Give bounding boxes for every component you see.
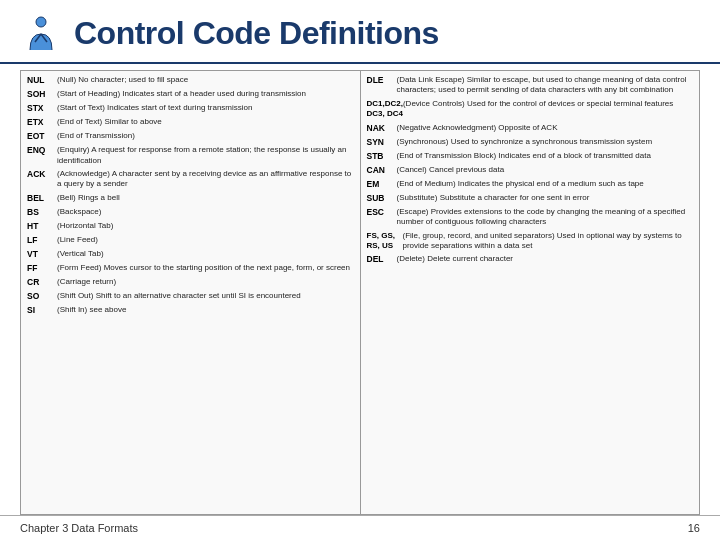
table-row: NAK(Negative Acknowledgment) Opposite of… <box>367 123 694 134</box>
code-description: (End of Medium) Indicates the physical e… <box>397 179 694 189</box>
table-row: EOT(End of Transmission) <box>27 131 354 142</box>
table-row: NUL(Null) No character; used to fill spa… <box>27 75 354 86</box>
code-label: SOH <box>27 89 57 100</box>
person-icon <box>20 12 62 54</box>
code-description: (Bell) Rings a bell <box>57 193 354 203</box>
svg-point-0 <box>36 17 46 27</box>
code-label: SUB <box>367 193 397 204</box>
code-description: (Device Controls) Used for the control o… <box>403 99 693 109</box>
code-label: VT <box>27 249 57 260</box>
table-row: SO(Shift Out) Shift to an alternative ch… <box>27 291 354 302</box>
code-label: BEL <box>27 193 57 204</box>
table-row: CAN(Cancel) Cancel previous data <box>367 165 694 176</box>
code-description: (Shift Out) Shift to an alternative char… <box>57 291 354 301</box>
code-description: (Line Feed) <box>57 235 354 245</box>
table-row: VT(Vertical Tab) <box>27 249 354 260</box>
code-label: LF <box>27 235 57 246</box>
table-row: DLE(Data Link Escape) Similar to escape,… <box>367 75 694 96</box>
code-label: STB <box>367 151 397 162</box>
code-label: HT <box>27 221 57 232</box>
code-label: ETX <box>27 117 57 128</box>
chapter-label: Chapter 3 Data Formats <box>20 522 138 534</box>
right-column: DLE(Data Link Escape) Similar to escape,… <box>361 71 700 514</box>
table-row: ENQ(Enquiry) A request for response from… <box>27 145 354 166</box>
table-row: SUB(Substitute) Substitute a character f… <box>367 193 694 204</box>
code-description: (Form Feed) Moves cursor to the starting… <box>57 263 354 273</box>
slide-header: Control Code Definitions <box>0 0 720 64</box>
code-label: NAK <box>367 123 397 134</box>
code-description: (Escape) Provides extensions to the code… <box>397 207 694 228</box>
code-label: SYN <box>367 137 397 148</box>
table-row: ESC(Escape) Provides extensions to the c… <box>367 207 694 228</box>
table-row: BS(Backspace) <box>27 207 354 218</box>
code-label: CAN <box>367 165 397 176</box>
table-row: EM(End of Medium) Indicates the physical… <box>367 179 694 190</box>
table-row: CR(Carriage return) <box>27 277 354 288</box>
table-row: FF(Form Feed) Moves cursor to the starti… <box>27 263 354 274</box>
code-description: (Shift In) see above <box>57 305 354 315</box>
code-description: (End of Transmission) <box>57 131 354 141</box>
code-description: (Carriage return) <box>57 277 354 287</box>
page-title: Control Code Definitions <box>74 15 439 52</box>
table-row: ETX(End of Text) Similar to above <box>27 117 354 128</box>
table-row: BEL(Bell) Rings a bell <box>27 193 354 204</box>
code-description: (Delete) Delete current character <box>397 254 694 264</box>
content-area: NUL(Null) No character; used to fill spa… <box>0 64 720 515</box>
code-description: (Synchronous) Used to synchronize a sync… <box>397 137 694 147</box>
table-row: FS, GS, RS, US(File, group, record, and … <box>367 231 694 252</box>
left-column: NUL(Null) No character; used to fill spa… <box>21 71 361 514</box>
table-row: SI(Shift In) see above <box>27 305 354 316</box>
code-description: (End of Text) Similar to above <box>57 117 354 127</box>
table-row: STX(Start of Text) Indicates start of te… <box>27 103 354 114</box>
code-label: DC1,DC2, DC3, DC4 <box>367 99 403 120</box>
code-label: BS <box>27 207 57 218</box>
code-description: (File, group, record, and united separat… <box>403 231 694 252</box>
code-label: NUL <box>27 75 57 86</box>
code-label: SO <box>27 291 57 302</box>
code-label: ESC <box>367 207 397 218</box>
code-description: (Backspace) <box>57 207 354 217</box>
code-description: (Enquiry) A request for response from a … <box>57 145 354 166</box>
code-description: (Data Link Escape) Similar to escape, bu… <box>397 75 694 96</box>
definitions-table: NUL(Null) No character; used to fill spa… <box>20 70 700 515</box>
code-description: (Cancel) Cancel previous data <box>397 165 694 175</box>
code-label: CR <box>27 277 57 288</box>
code-label: SI <box>27 305 57 316</box>
code-label: EM <box>367 179 397 190</box>
table-row: HT(Horizontal Tab) <box>27 221 354 232</box>
code-description: (Vertical Tab) <box>57 249 354 259</box>
code-label: EOT <box>27 131 57 142</box>
code-description: (Negative Acknowledgment) Opposite of AC… <box>397 123 694 133</box>
code-label: DLE <box>367 75 397 86</box>
slide-footer: Chapter 3 Data Formats 16 <box>0 515 720 540</box>
code-label: ENQ <box>27 145 57 156</box>
slide-container: Control Code Definitions NUL(Null) No ch… <box>0 0 720 540</box>
table-row: DC1,DC2, DC3, DC4(Device Controls) Used … <box>367 99 694 120</box>
table-row: STB(End of Transmission Block) Indicates… <box>367 151 694 162</box>
code-description: (End of Transmission Block) Indicates en… <box>397 151 694 161</box>
table-row: DEL(Delete) Delete current character <box>367 254 694 265</box>
code-description: (Start of Text) Indicates start of text … <box>57 103 354 113</box>
code-description: (Acknowledge) A character sent by a rece… <box>57 169 354 190</box>
code-description: (Start of Heading) Indicates start of a … <box>57 89 354 99</box>
table-row: LF(Line Feed) <box>27 235 354 246</box>
code-label: ACK <box>27 169 57 180</box>
page-number: 16 <box>688 522 700 534</box>
code-description: (Substitute) Substitute a character for … <box>397 193 694 203</box>
code-description: (Null) No character; used to fill space <box>57 75 354 85</box>
code-label: STX <box>27 103 57 114</box>
code-label: FS, GS, RS, US <box>367 231 403 252</box>
table-row: ACK(Acknowledge) A character sent by a r… <box>27 169 354 190</box>
table-row: SYN(Synchronous) Used to synchronize a s… <box>367 137 694 148</box>
code-label: DEL <box>367 254 397 265</box>
table-row: SOH(Start of Heading) Indicates start of… <box>27 89 354 100</box>
code-description: (Horizontal Tab) <box>57 221 354 231</box>
code-label: FF <box>27 263 57 274</box>
